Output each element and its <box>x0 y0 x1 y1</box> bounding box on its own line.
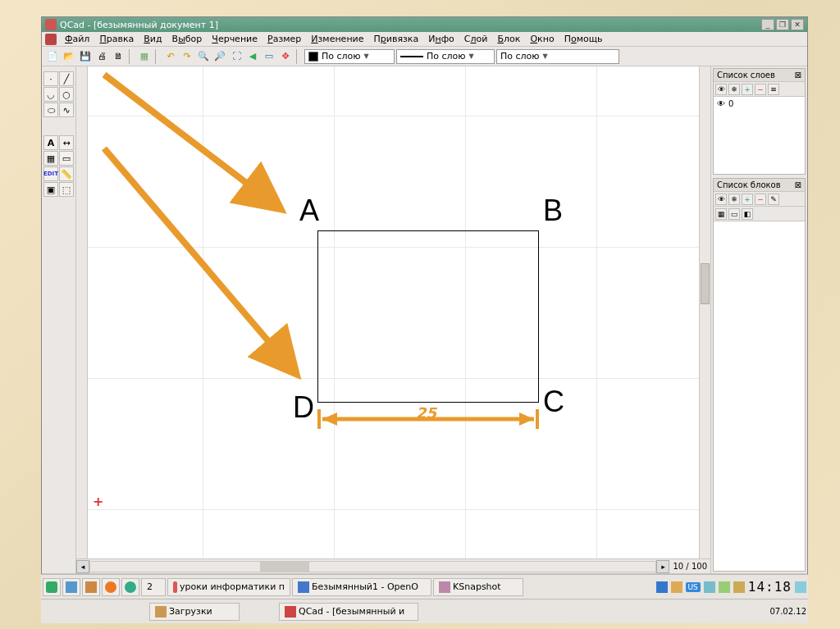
block-tool2[interactable]: ▭ <box>728 208 740 220</box>
zoom-window-button[interactable]: ▭ <box>262 49 276 64</box>
eye-icon[interactable]: 👁 <box>717 99 725 108</box>
menu-block[interactable]: Блок <box>492 33 525 45</box>
block-freeze-icon[interactable]: ❄ <box>728 194 740 205</box>
menu-draw[interactable]: Черчение <box>207 33 262 45</box>
color-swatch-icon <box>308 52 318 62</box>
pan-button[interactable]: ✥ <box>278 49 293 64</box>
menu-help[interactable]: Помощь <box>559 33 608 45</box>
left-toolbox: · ╱ ◡ ○ ⬭ ∿ A ↔ ▦ ▭ EDIT 📏 ▣ ⬚ <box>42 66 76 573</box>
menu-window[interactable]: Окно <box>525 33 559 45</box>
menu-edit[interactable]: Правка <box>94 33 139 45</box>
block-add-button[interactable]: + <box>742 194 753 205</box>
scroll-right-button[interactable]: ▸ <box>656 560 669 573</box>
menu-layer[interactable]: Слой <box>459 33 493 45</box>
zoom-in-button[interactable]: 🔍 <box>196 49 211 64</box>
minimize-button[interactable]: _ <box>761 19 774 30</box>
color-combo[interactable]: По слою ▼ <box>304 49 395 64</box>
menu-snap[interactable]: Привязка <box>369 33 424 45</box>
close-button[interactable]: ✕ <box>791 19 804 30</box>
redo-button[interactable]: ↷ <box>180 49 194 64</box>
block-visible-icon[interactable]: 👁 <box>715 194 727 205</box>
print-button[interactable]: 🖨 <box>94 49 109 64</box>
lineweight-combo[interactable]: По слою ▼ <box>496 49 619 64</box>
task-label: уроки информатики п <box>180 581 285 592</box>
tool-image[interactable]: ▭ <box>59 151 74 166</box>
h-scroll-thumb[interactable] <box>260 562 309 572</box>
layer-add-button[interactable]: + <box>742 84 753 95</box>
v-scroll-thumb[interactable] <box>701 263 710 304</box>
tool-pointer[interactable]: · <box>43 71 58 86</box>
undo-button[interactable]: ↶ <box>163 49 178 64</box>
network-tray-icon[interactable] <box>719 581 730 593</box>
menu-view[interactable]: Вид <box>139 33 167 45</box>
maximize-button[interactable]: ❐ <box>776 19 789 30</box>
print-preview-button[interactable]: 🗎 <box>111 49 126 64</box>
layer-edit-button[interactable]: ≡ <box>768 84 779 95</box>
tool-ellipse[interactable]: ⬭ <box>43 103 58 117</box>
layer-freeze-icon[interactable]: ❄ <box>728 84 740 95</box>
chevron-down-icon: ▼ <box>469 52 474 60</box>
zoom-fit-button[interactable]: ⛶ <box>229 49 244 64</box>
blocks-list[interactable] <box>714 221 805 571</box>
block-insert-button[interactable]: ▦ <box>715 208 727 220</box>
save-tray-icon[interactable] <box>656 581 668 593</box>
menu-info[interactable]: Инфо <box>423 33 459 45</box>
volume-tray-icon[interactable] <box>733 581 745 593</box>
linetype-combo[interactable]: По слою ▼ <box>396 49 495 64</box>
home-icon <box>85 581 97 593</box>
desktop-button[interactable] <box>62 578 80 596</box>
task-lessons[interactable]: уроки информатики п <box>167 578 290 596</box>
block-remove-button[interactable]: − <box>755 194 766 205</box>
app-button[interactable] <box>121 578 139 596</box>
task-ksnapshot[interactable]: KSnapshot <box>433 578 523 596</box>
zoom-out-button[interactable]: 🔎 <box>212 49 227 64</box>
task-openoffice[interactable]: Безымянный1 - OpenO <box>292 578 431 596</box>
clock[interactable]: 14:18 <box>748 579 792 595</box>
task-downloads[interactable]: Загрузки <box>149 603 240 621</box>
tool-block[interactable]: ▣ <box>43 182 58 197</box>
task-label: Безымянный1 - OpenO <box>312 581 418 592</box>
new-button[interactable]: 📄 <box>45 49 60 64</box>
block-edit-button[interactable]: ✎ <box>768 194 779 205</box>
layer-visible-icon[interactable]: 👁 <box>715 84 727 95</box>
zoom-prev-button[interactable]: ◀ <box>245 49 260 64</box>
tool-hatch[interactable]: ▦ <box>43 151 58 166</box>
firefox-button[interactable] <box>102 578 120 596</box>
menu-select[interactable]: Выбор <box>167 33 208 45</box>
keyboard-layout[interactable]: US <box>686 582 701 592</box>
grid-toggle-button[interactable]: ▦ <box>137 49 152 64</box>
horizontal-scrollbar: ◂ ▸ 10 / 100 <box>76 558 710 573</box>
panel-close-icon[interactable]: ⊠ <box>795 180 801 189</box>
menu-file[interactable]: Файл <box>60 33 94 45</box>
layers-list[interactable]: 👁 0 <box>714 97 805 174</box>
tool-dimension[interactable]: ↔ <box>59 135 74 150</box>
corner-label-a: A <box>299 194 319 228</box>
tool-measure[interactable]: 📏 <box>59 166 74 181</box>
menu-modify[interactable]: Изменение <box>306 33 368 45</box>
tool-line[interactable]: ╱ <box>59 71 74 86</box>
pager[interactable]: 2 <box>141 578 166 596</box>
tray-icon[interactable] <box>671 581 682 593</box>
scroll-left-button[interactable]: ◂ <box>76 560 89 573</box>
layer-remove-button[interactable]: − <box>755 84 766 95</box>
tool-select[interactable]: ⬚ <box>59 182 74 197</box>
kmenu-button[interactable] <box>43 578 61 596</box>
block-tool3[interactable]: ◧ <box>742 208 753 220</box>
h-scroll-track[interactable] <box>89 561 656 572</box>
panel-close-icon[interactable]: ⊠ <box>795 71 801 80</box>
menu-size[interactable]: Размер <box>262 33 306 45</box>
drawing-canvas[interactable]: + A B C D 25 <box>88 66 699 558</box>
tool-arc[interactable]: ◡ <box>43 87 58 102</box>
trash-tray-icon[interactable] <box>795 581 806 593</box>
tool-edit[interactable]: EDIT <box>43 166 58 181</box>
tool-spline[interactable]: ∿ <box>59 103 74 117</box>
tool-circle[interactable]: ○ <box>59 87 74 102</box>
tool-text[interactable]: A <box>43 135 58 150</box>
home-button[interactable] <box>82 578 100 596</box>
task-qcad[interactable]: QCad - [безымянный и <box>279 603 418 621</box>
open-button[interactable]: 📂 <box>62 49 76 64</box>
chevron-down-icon: ▼ <box>364 52 369 60</box>
vertical-scrollbar[interactable] <box>699 66 710 558</box>
save-button[interactable]: 💾 <box>78 49 93 64</box>
display-tray-icon[interactable] <box>704 581 715 593</box>
